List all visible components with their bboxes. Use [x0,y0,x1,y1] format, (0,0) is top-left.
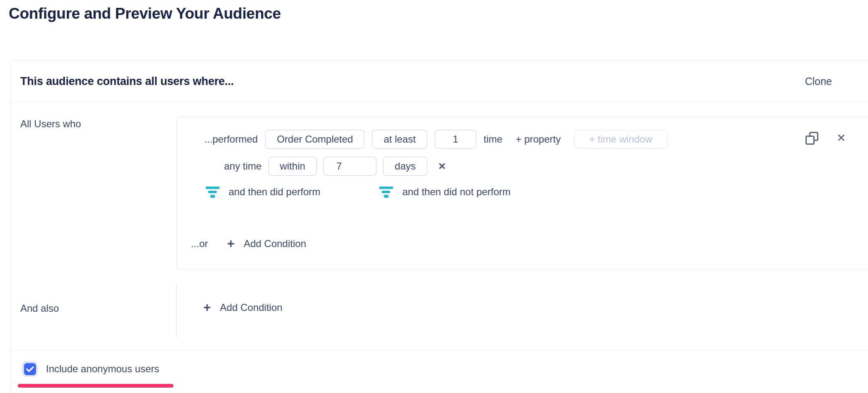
remove-time-window-icon[interactable]: ✕ [438,162,446,171]
funnel-filter-icon [379,187,393,198]
time-window-input[interactable] [574,130,668,149]
window-operator-button[interactable]: within [268,157,317,176]
and-also-divider [176,284,177,337]
funnel-filter-icon [205,187,219,198]
highlight-underline [18,384,174,388]
add-property-button[interactable]: + property [516,133,561,145]
funnel-links-row: and then did perform and then did not pe… [205,186,511,198]
all-users-who-label: All Users who [20,118,81,130]
or-add-condition-row: ...or + Add Condition [191,237,306,250]
any-time-label: any time [224,160,262,172]
plus-icon: + [227,237,234,250]
duplicate-condition-icon[interactable] [805,132,818,145]
remove-condition-icon[interactable]: ✕ [837,133,846,144]
clone-button[interactable]: Clone [805,75,832,87]
time-window-row: any time within days ✕ [224,157,446,176]
include-anonymous-label[interactable]: Include anonymous users [46,363,159,375]
performed-label: ...performed [204,133,258,145]
window-unit-button[interactable]: days [383,157,427,176]
card-body: All Users who ...performed Order Complet… [10,102,868,350]
audience-card: This audience contains all users where..… [10,60,868,393]
performed-condition-row: ...performed Order Completed at least ti… [204,130,668,149]
condition-group-box: ...performed Order Completed at least ti… [176,116,868,269]
window-count-input[interactable] [323,157,376,176]
and-also-label: And also [20,303,59,314]
add-condition-label: Add Condition [220,302,282,313]
page-title: Configure and Preview Your Audience [9,5,281,22]
add-and-condition-button[interactable]: + Add Condition [203,301,282,314]
and-then-did-not-perform-label: and then did not perform [402,186,511,198]
add-or-condition-button[interactable]: + Add Condition [227,237,306,250]
event-select-button[interactable]: Order Completed [265,130,364,149]
plus-icon: + [203,301,211,314]
card-header: This audience contains all users where..… [10,61,868,102]
card-footer: Include anonymous users [10,350,868,377]
add-condition-label: Add Condition [244,238,306,250]
and-then-did-perform-button[interactable]: and then did perform [205,186,320,198]
and-then-did-not-perform-button[interactable]: and then did not perform [379,186,511,198]
frequency-unit-label: time [484,133,502,145]
include-anonymous-checkbox[interactable] [22,361,38,377]
or-label: ...or [191,238,208,250]
checkmark-icon [26,366,34,372]
checkbox-box [24,363,36,375]
frequency-count-input[interactable] [435,130,476,149]
card-header-title: This audience contains all users where..… [20,75,234,88]
audience-builder-page: Configure and Preview Your Audience This… [0,0,868,393]
frequency-operator-button[interactable]: at least [372,130,427,149]
and-then-did-perform-label: and then did perform [229,186,320,198]
condition-actions: ✕ [805,132,846,145]
